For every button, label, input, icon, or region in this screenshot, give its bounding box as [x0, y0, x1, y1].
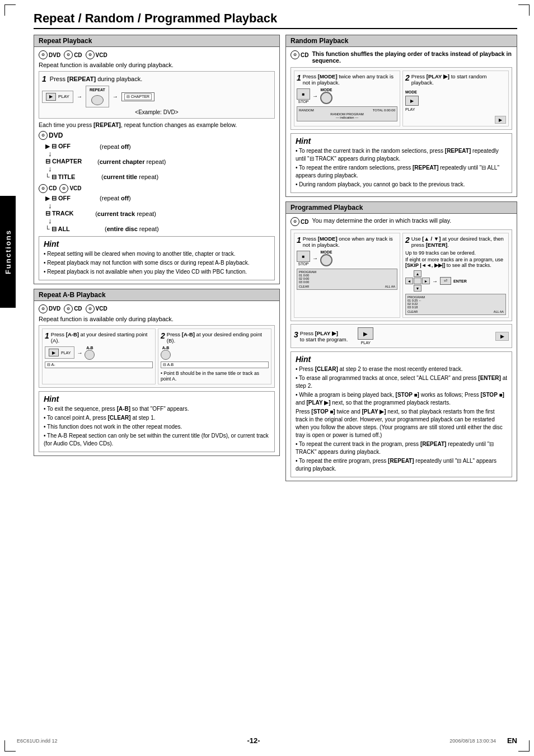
random-display: RANDOM TOTAL 0:00:00 RANDOM PROGRAM --- … [297, 106, 397, 121]
ab-step2-text: Press [A-B] at your desired ending point… [167, 331, 269, 344]
repeat-playback-section: Repeat Playback ⊙ DVD ⊙ CD ⊙ [34, 35, 280, 284]
ab-knob2 [161, 350, 171, 360]
ab-hint-title: Hint [44, 395, 270, 403]
cd-flow-icon: ⊙ CD [39, 184, 57, 193]
ab-play-device: ▶ PLAY [45, 346, 74, 359]
dvd-repeat-flow: ⊙ DVD ▶ ⊟ OFF (repeat off) ↓ ⊟ CHAP [39, 131, 275, 181]
prog-step2-text: Use [▲ / ▼] at your desired track, then … [411, 236, 506, 248]
prog-play-indicator: ▶ [495, 332, 509, 341]
repeat-intro: Repeat function is available only during… [39, 62, 275, 68]
enter-button[interactable]: ⏎ [440, 277, 451, 285]
cd-off-desc: (repeat off) [96, 195, 131, 201]
ab-hint-1: • To exit the sequence, press [A-B] so t… [44, 405, 270, 413]
random-playback-section: Random Playback ⊙ CD This function shuff… [285, 35, 517, 197]
prog-intro: You may determine the order in which tra… [312, 217, 451, 224]
page-footer: E6C61UD.indd 12 -12- 2006/08/18 13:00:34… [0, 736, 534, 745]
chapter-display: ⊟ CHAPTER [121, 92, 154, 101]
repeat-hint: Hint • Repeat setting will be cleared wh… [39, 236, 275, 280]
repeat-disc-icons: ⊙ DVD ⊙ CD ⊙ VCD [39, 50, 275, 59]
ab-step1-text: Press [A-B] at your desired starting poi… [51, 331, 153, 344]
prog-step2-cell: 2 Use [▲ / ▼] at your desired track, the… [402, 233, 509, 318]
repeat-playback-body: ⊙ DVD ⊙ CD ⊙ VCD Repeat function is avai… [34, 47, 279, 284]
ab-diagram: 1 Press [A-B] at your desired starting p… [39, 325, 275, 388]
left-column: Repeat Playback ⊙ DVD ⊙ CD ⊙ [34, 35, 280, 486]
cd-all-label: ⊟ ALL [51, 226, 96, 233]
prog-play-btn: ▶ [358, 327, 373, 340]
corner-mark-tl [4, 4, 16, 16]
side-tab: Functions [0, 196, 16, 308]
random-hint-title: Hint [296, 137, 507, 145]
repeat-knob [91, 95, 104, 105]
repeat-hint-title: Hint [44, 240, 270, 248]
main-content: Repeat Playback ⊙ DVD ⊙ CD ⊙ [34, 35, 517, 486]
play-indicator: ▶ [495, 116, 506, 124]
page-container: Functions Repeat / Random / Programmed P… [0, 0, 534, 756]
prog-hint-5: • To repeat the current track in the pro… [296, 440, 507, 456]
nav-right-btn[interactable]: ► [422, 278, 430, 284]
repeat-ab-section: Repeat A-B Playback ⊙ DVD ⊙ CD ⊙ [34, 289, 280, 456]
repeat-hint-2: • Repeat playback may not function with … [44, 259, 270, 267]
file-info-right: 2006/08/18 13:00:34 [449, 738, 496, 744]
repeat-ab-body: ⊙ DVD ⊙ CD ⊙ VCD Repeat function is avai… [34, 301, 279, 456]
prog-step3-text: Press [PLAY ▶]to start the program. [300, 330, 348, 342]
prog-hint-6: • To repeat the entire program, press [R… [296, 457, 507, 473]
play-button-icon: ▶ [46, 93, 56, 101]
ab-hint: Hint • To exit the sequence, press [A-B]… [39, 391, 275, 452]
cd-icon: ⊙ CD [64, 50, 82, 59]
prog-stop-btn: ■ [297, 251, 310, 262]
repeat-step1-diagram: 1 Press [REPEAT] during playback. ▶ PLAY… [39, 71, 275, 119]
step1-num: 1 [42, 74, 46, 83]
prog-mode-knob [320, 254, 332, 266]
dvd-off-label: ⊟ OFF [51, 143, 96, 150]
ab-step1-cell: 1 Press [A-B] at your desired starting p… [42, 328, 156, 384]
nav-cluster: ▲ ◄ ► ▼ [405, 270, 430, 292]
cd-off-label: ⊟ OFF [51, 195, 96, 202]
nav-up-btn[interactable]: ▲ [414, 270, 421, 277]
nav-left-btn[interactable]: ◄ [405, 278, 413, 284]
step1-text: Press [REPEAT] during playback. [50, 76, 143, 82]
dvd-icon: ⊙ DVD [39, 50, 60, 59]
dvd-title-label: ⊟ TITLE [51, 173, 96, 181]
prog-cd-icon: ⊙ CD [291, 217, 308, 226]
prog-step1-text: Press [MODE] once when any track is not … [303, 236, 397, 248]
dvd-title-desc: (current title repeat) [96, 173, 158, 180]
prog-diagram-12: 1 Press [MODE] once when any track is no… [291, 229, 512, 321]
ab-note: • Point B should be in the same title or… [161, 370, 269, 382]
repeat-playback-header: Repeat Playback [34, 35, 279, 47]
nav-down-btn[interactable]: ▼ [414, 285, 421, 292]
repeat-device: REPEAT [86, 86, 109, 107]
prog-hint-4: Press [STOP ■] twice and [PLAY ▶] next, … [296, 408, 507, 439]
prog-step1-cell: 1 Press [MODE] once when any track is no… [294, 233, 400, 318]
random-intro: This function shuffles the playing order… [312, 50, 512, 64]
cd-track-desc: (current track repeat) [90, 210, 156, 217]
dvd-flow-icon: ⊙ DVD [39, 131, 63, 140]
ab-a-display: ⊟ A- [45, 361, 153, 368]
random-diagram: 1 Press [MODE] twice when any track is n… [291, 67, 512, 130]
prog-display-1: PROGRAM 01 0:00 02 0:00 03 0:00 CLEARALL… [297, 269, 397, 290]
vcd-icon: ⊙ VCD [86, 50, 107, 59]
ab-intro: Repeat function is available only during… [39, 316, 275, 322]
dvd-chapter-label: ⊟ CHAPTER [45, 158, 96, 165]
random-hint-1: • To repeat the current track in the ran… [296, 147, 507, 163]
random-playback-header: Random Playback [286, 35, 517, 47]
language-indicator: EN [507, 736, 517, 745]
random-playback-body: ⊙ CD This function shuffles the playing … [286, 47, 517, 196]
prog-hint: Hint • Press [CLEAR] at step 2 to erase … [291, 351, 512, 477]
prog-hint-2: • To erase all programmed tracks at once… [296, 374, 507, 390]
dvd-off-desc: (repeat off) [96, 143, 131, 150]
prog-step2-note2: If eight or more tracks are in a program… [405, 257, 506, 268]
play-random-btn: ▶ [405, 96, 419, 106]
side-tab-label: Functions [4, 229, 12, 274]
ab-hint-2: • To cancel point A, press [CLEAR] at st… [44, 414, 270, 422]
random-cd-icon: ⊙ CD [291, 50, 308, 59]
prog-hint-3: • While a program is being played back, … [296, 391, 507, 407]
ab-hint-3: • This function does not work in the oth… [44, 423, 270, 431]
programmed-playback-section: Programmed Playback ⊙ CD You may determi… [285, 201, 517, 481]
nav-center-btn[interactable] [414, 278, 421, 284]
repeat-ab-header: Repeat A-B Playback [34, 289, 279, 301]
random-step1-text: Press [MODE] twice when any track is not… [303, 73, 397, 86]
random-step2-cell: 2 Press [PLAY ▶] to start random playbac… [402, 71, 509, 126]
repeat-desc: Each time you press [REPEAT], repeat fun… [39, 121, 275, 128]
file-info-left: E6C61UD.indd 12 [17, 738, 58, 744]
prog-hint-title: Hint [296, 355, 507, 364]
